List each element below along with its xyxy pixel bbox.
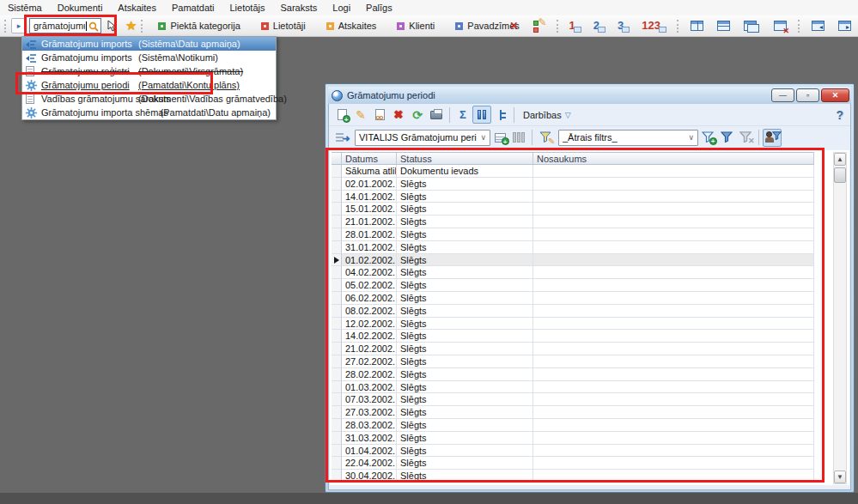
numbered-view-button[interactable]: 3 <box>615 19 632 33</box>
cell-nosaukums[interactable] <box>533 216 814 228</box>
search-result-item[interactable]: Grāmatojumu importa shēmas (Pamatdati\Da… <box>22 106 276 119</box>
new-record-button[interactable]: + <box>332 106 351 124</box>
previous-window-button[interactable]: ◂ <box>805 17 831 34</box>
edit-filter-button[interactable]: ✎ <box>536 129 555 147</box>
cell-datums[interactable]: 31.01.2002. <box>342 241 397 254</box>
cell-datums[interactable]: 08.02.2002. <box>342 305 397 318</box>
cell-nosaukums[interactable] <box>533 228 814 241</box>
row-selector-cell[interactable] <box>332 330 342 343</box>
cell-nosaukums[interactable] <box>533 266 814 279</box>
table-row[interactable]: 14.02.2002. Slēgts <box>332 330 814 343</box>
cell-nosaukums[interactable] <box>533 343 814 355</box>
panel-toggle-button[interactable]: ▸ <box>11 18 27 33</box>
table-row[interactable]: 28.03.2002. Slēgts <box>332 419 814 432</box>
cell-statuss[interactable]: Slēgts <box>397 292 533 305</box>
favorites-icon[interactable]: ★ <box>125 18 137 33</box>
row-selector-cell[interactable] <box>332 368 342 381</box>
cell-nosaukums[interactable] <box>533 191 814 203</box>
cell-statuss[interactable]: Slēgts <box>397 191 533 203</box>
numbered-view-button[interactable]: 1 <box>567 19 584 33</box>
cell-nosaukums[interactable] <box>533 305 814 318</box>
cell-datums[interactable]: 28.01.2002. <box>342 228 397 241</box>
category-button[interactable]: Klienti <box>397 21 435 31</box>
column-header-statuss[interactable]: Statuss <box>397 153 533 164</box>
menu-item[interactable]: Saraksts <box>272 1 325 15</box>
cell-statuss[interactable]: Slēgts <box>397 228 533 241</box>
cell-datums[interactable]: 01.02.2002. <box>342 254 397 267</box>
table-row[interactable]: 22.04.2002. Slēgts <box>332 457 814 470</box>
cell-datums[interactable]: 06.02.2002. <box>342 292 397 305</box>
set-filter-button[interactable] <box>717 129 736 147</box>
scrollbar-thumb[interactable] <box>834 167 846 183</box>
cell-nosaukums[interactable] <box>533 470 814 483</box>
cell-statuss[interactable]: Slēgts <box>397 266 533 279</box>
cell-statuss[interactable]: Slēgts <box>397 279 533 292</box>
table-row[interactable]: 06.02.2002. Slēgts <box>332 292 814 305</box>
menu-item[interactable]: Lietotājs <box>222 1 273 15</box>
cell-datums[interactable]: 04.02.2002. <box>342 266 397 279</box>
cell-datums[interactable]: 02.01.2002. <box>342 178 397 191</box>
toolbar-grip[interactable] <box>798 20 800 33</box>
row-selector-cell[interactable] <box>332 419 342 432</box>
menu-item[interactable]: Dokumenti <box>50 1 111 15</box>
row-selector-cell[interactable] <box>332 216 342 228</box>
user-filter-button[interactable] <box>763 129 782 147</box>
view-record-button[interactable]: oo <box>370 106 389 124</box>
cell-datums[interactable]: 14.02.2002. <box>342 330 397 343</box>
category-button[interactable]: Lietotāji <box>261 21 306 31</box>
row-selector-cell[interactable] <box>332 203 342 216</box>
table-row[interactable]: 01.02.2002. Slēgts <box>332 254 814 267</box>
columns-view-button[interactable] <box>472 106 491 124</box>
search-result-item[interactable]: Grāmatojumu periodi (Pamatdati\Kontu plā… <box>22 78 276 92</box>
numbered-view-button[interactable]: 123 <box>639 19 669 33</box>
toolbar-grip[interactable] <box>4 20 7 33</box>
row-selector-cell[interactable] <box>332 254 342 267</box>
cell-datums[interactable]: 15.01.2002. <box>342 203 397 216</box>
cell-datums[interactable]: 27.03.2002. <box>342 406 397 419</box>
cell-statuss[interactable]: Slēgts <box>397 381 533 394</box>
table-row[interactable]: 21.01.2002. Slēgts <box>332 216 814 228</box>
cell-statuss[interactable]: Slēgts <box>397 343 533 355</box>
table-row[interactable]: 02.01.2002. Slēgts <box>332 178 814 191</box>
column-header-datums[interactable]: Datums <box>342 153 397 164</box>
cell-statuss[interactable]: Slēgts <box>397 457 533 470</box>
search-result-item[interactable]: Grāmatojumu imports (Sistēma\Notikumi) <box>22 51 276 64</box>
column-header-nosaukums[interactable]: Nosaukums <box>533 153 814 164</box>
pointer-select-button[interactable] <box>105 17 119 34</box>
table-row[interactable]: 01.03.2002. Slēgts <box>332 381 814 394</box>
category-button[interactable]: Atskaites <box>326 21 377 31</box>
cell-datums[interactable]: 27.02.2002. <box>342 355 397 368</box>
actions-dropdown[interactable]: Darbības ▽ <box>518 110 576 120</box>
cell-statuss[interactable]: Slēgts <box>397 203 533 216</box>
cell-nosaukums[interactable] <box>533 165 814 178</box>
category-button[interactable]: Piektā kategorija <box>158 21 240 31</box>
cell-statuss[interactable]: Slēgts <box>397 330 533 343</box>
table-row[interactable]: 31.01.2002. Slēgts <box>332 241 814 254</box>
vertical-scrollbar[interactable]: ▲ ▼ <box>833 152 847 484</box>
table-row[interactable]: 05.02.2002. Slēgts <box>332 279 814 292</box>
cell-nosaukums[interactable] <box>533 318 814 331</box>
search-result-item[interactable]: Vadības grāmatojumu saraksts (Dokumenti\… <box>22 92 276 106</box>
cell-statuss[interactable]: Slēgts <box>397 216 533 228</box>
cell-datums[interactable]: 01.03.2002. <box>342 381 397 394</box>
cell-statuss[interactable]: Slēgts <box>397 419 533 432</box>
close-category-icon[interactable]: ✕ <box>509 20 518 32</box>
toolbar-grip[interactable] <box>557 20 559 33</box>
menu-item[interactable]: Sistēma <box>0 1 50 15</box>
row-selector-cell[interactable] <box>332 457 342 470</box>
totals-button[interactable]: Σ <box>453 106 472 124</box>
cell-datums[interactable]: 31.03.2002. <box>342 432 397 445</box>
cell-nosaukums[interactable] <box>533 241 814 254</box>
row-selector-cell[interactable] <box>332 318 342 331</box>
cell-datums[interactable]: 28.03.2002. <box>342 419 397 432</box>
row-selector-cell[interactable] <box>332 228 342 241</box>
table-row[interactable]: 08.02.2002. Slēgts <box>332 305 814 318</box>
table-row[interactable]: Sākuma atlik Dokumentu ievads <box>332 165 814 178</box>
cell-statuss[interactable]: Slēgts <box>397 445 533 458</box>
cell-nosaukums[interactable] <box>533 393 814 406</box>
search-result-item[interactable]: Grāmatojumu imports (Sistēma\Datu apmaiņ… <box>22 37 276 51</box>
cell-statuss[interactable]: Slēgts <box>397 470 533 483</box>
cell-datums[interactable]: 30.04.2002. <box>342 470 397 483</box>
edit-record-button[interactable]: ✎ <box>351 106 370 124</box>
restore-button[interactable]: ▫ <box>796 88 819 102</box>
